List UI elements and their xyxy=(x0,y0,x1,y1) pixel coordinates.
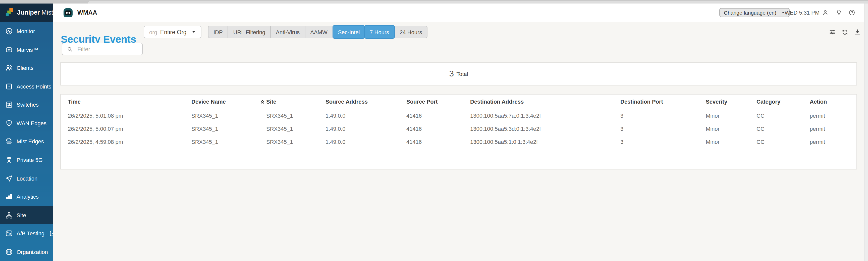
wan-edges-icon xyxy=(5,119,13,127)
table-toolbar xyxy=(829,29,861,36)
ab-testing-icon: AB xyxy=(5,229,13,237)
time-range-tab-7-hours[interactable]: 7 Hours xyxy=(364,25,395,39)
column-header-source-address[interactable]: Source Address xyxy=(318,94,399,109)
cell-category: CC xyxy=(749,109,803,122)
sidebar-item-label: Clients xyxy=(17,65,33,71)
filter-input-box xyxy=(62,43,143,55)
mist-edges-icon xyxy=(5,138,13,146)
sidebar-item-label: Location xyxy=(17,175,37,181)
sidebar-item-marvis[interactable]: Marvis™ xyxy=(0,40,53,59)
cell-source-port: 41416 xyxy=(399,135,463,148)
sidebar-item-location[interactable]: Location xyxy=(0,169,53,187)
help-icon[interactable] xyxy=(848,9,856,16)
sidebar-item-mist-edges[interactable]: Mist Edges xyxy=(0,132,53,151)
sidebar-item-label: Switches xyxy=(17,102,39,108)
lightbulb-icon[interactable] xyxy=(835,9,842,16)
cell-severity: Minor xyxy=(699,122,749,135)
search-icon xyxy=(67,46,73,52)
sidebar-item-access-points[interactable]: Access Points xyxy=(0,77,53,95)
cell-device-name: SRX345_1 xyxy=(184,135,259,148)
event-type-tab-aamw[interactable]: AAMW xyxy=(305,26,333,38)
org-avatar-icon xyxy=(63,8,73,17)
svg-text:B: B xyxy=(9,233,11,236)
event-type-tab-idp[interactable]: IDP xyxy=(208,26,228,38)
cell-device-name: SRX345_1 xyxy=(184,122,259,135)
column-header-severity[interactable]: Severity xyxy=(699,94,749,109)
sidebar-item-analytics[interactable]: Analytics xyxy=(0,187,53,206)
cell-action: permit xyxy=(803,135,857,148)
cell-category: CC xyxy=(749,135,803,148)
sidebar-item-label: Access Points xyxy=(17,84,51,89)
cell-site: SRX345_1 xyxy=(259,135,318,148)
cell-site: SRX345_1 xyxy=(259,109,318,122)
event-type-tab-sec-intel[interactable]: Sec-Intel xyxy=(333,25,366,39)
cell-destination-address: 1300:100:5aa5:7a:0:1:3:4e2f xyxy=(463,109,613,122)
cell-time: 26/2/2025, 4:59:08 pm xyxy=(61,135,184,148)
cell-category: CC xyxy=(749,122,803,135)
sidebar-item-switches[interactable]: Switches xyxy=(0,95,53,114)
sidebar-item-organization[interactable]: Organization xyxy=(0,243,53,261)
column-header-site[interactable]: Site xyxy=(259,94,318,109)
monitor-icon xyxy=(5,27,13,35)
filter-input[interactable] xyxy=(76,46,137,53)
column-header-destination-address[interactable]: Destination Address xyxy=(463,94,613,109)
cell-source-port: 41416 xyxy=(399,109,463,122)
table-row[interactable]: 26/2/2025, 5:01:08 pmSRX345_1SRX345_11.4… xyxy=(61,109,857,122)
marvis-icon xyxy=(5,46,13,54)
sidebar-item-clients[interactable]: Clients xyxy=(0,59,53,77)
juniper-logo-icon xyxy=(5,8,14,17)
svg-text:A: A xyxy=(7,231,8,234)
table-row[interactable]: 26/2/2025, 4:59:08 pmSRX345_1SRX345_11.4… xyxy=(61,135,857,148)
cell-destination-port: 3 xyxy=(613,122,699,135)
column-header-device-name[interactable]: Device Name xyxy=(184,94,259,109)
page-scrollbar[interactable] xyxy=(864,3,868,261)
column-header-action[interactable]: Action xyxy=(803,94,857,109)
download-icon[interactable] xyxy=(854,29,861,36)
security-events-table: TimeDevice NameSiteSource AddressSource … xyxy=(61,94,857,148)
cell-time: 26/2/2025, 5:00:07 pm xyxy=(61,122,184,135)
datetime-label: WED 5:31 PM xyxy=(785,3,819,22)
column-header-source-port[interactable]: Source Port xyxy=(399,94,463,109)
caret-down-icon xyxy=(781,10,785,14)
org-scope-dropdown[interactable]: org Entire Org xyxy=(144,26,202,38)
main-content: Security Events org Entire Org IDPURL Fi… xyxy=(53,22,868,261)
time-range-tab-24-hours[interactable]: 24 Hours xyxy=(394,26,428,38)
filter-settings-icon[interactable] xyxy=(829,29,836,36)
sidebar-item-label: A/B Testing xyxy=(17,230,44,236)
event-type-tab-url-filtering[interactable]: URL Filtering xyxy=(228,26,271,38)
column-header-time[interactable]: Time xyxy=(61,94,184,109)
cell-time: 26/2/2025, 5:01:08 pm xyxy=(61,109,184,122)
table-row[interactable]: 26/2/2025, 5:00:07 pmSRX345_1SRX345_11.4… xyxy=(61,122,857,135)
sidebar-item-monitor[interactable]: Monitor xyxy=(0,22,53,40)
sort-ascending-icon xyxy=(259,98,266,105)
cell-severity: Minor xyxy=(699,135,749,148)
sidebar-item-label: Organization xyxy=(17,249,48,255)
sidebar-item-private-5g[interactable]: Private 5G xyxy=(0,151,53,169)
cell-action: permit xyxy=(803,109,857,122)
sidebar-item-a-b-testing[interactable]: ABA/B Testing xyxy=(0,224,53,243)
sidebar-item-label: WAN Edges xyxy=(17,120,46,126)
browser-tab-edge xyxy=(88,1,868,3)
sidebar-item-site[interactable]: Site xyxy=(0,206,53,224)
org-scope-value: Entire Org xyxy=(160,29,187,35)
refresh-icon[interactable] xyxy=(841,29,848,36)
logo-wordmark: Juniper Mist™ xyxy=(17,9,56,16)
table-header-row: TimeDevice NameSiteSource AddressSource … xyxy=(61,94,857,109)
change-language-button[interactable]: Change language (en) xyxy=(719,8,789,17)
cell-source-address: 1.49.0.0 xyxy=(318,135,399,148)
cell-source-address: 1.49.0.0 xyxy=(318,122,399,135)
cell-device-name: SRX345_1 xyxy=(184,109,259,122)
total-count: 3 xyxy=(449,69,454,79)
user-icon[interactable] xyxy=(822,9,829,16)
column-header-destination-port[interactable]: Destination Port xyxy=(613,94,699,109)
app-window: Juniper Mist™ WMAA Change language (en) … xyxy=(0,0,868,261)
column-header-category[interactable]: Category xyxy=(749,94,803,109)
org-scope-prefix: org xyxy=(149,29,157,35)
cell-destination-address: 1300:100:5aa5:1:0:1:3:4e2f xyxy=(463,135,613,148)
event-type-tab-anti-virus[interactable]: Anti-Virus xyxy=(270,26,305,38)
sidebar-item-label: Private 5G xyxy=(17,157,43,163)
org-name: WMAA xyxy=(78,9,97,16)
total-label: Total xyxy=(456,71,468,77)
sidebar-item-wan-edges[interactable]: WAN Edges xyxy=(0,114,53,132)
current-org[interactable]: WMAA xyxy=(63,3,97,22)
